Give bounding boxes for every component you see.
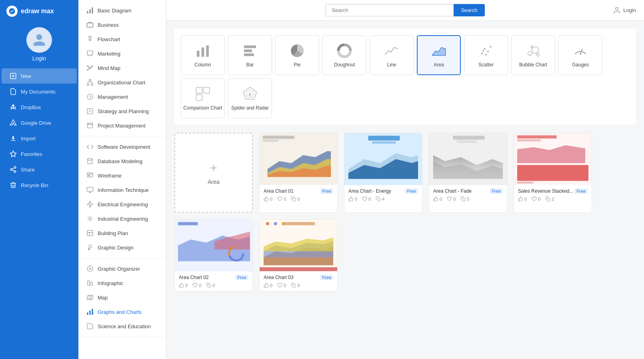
svg-rect-96 (517, 136, 557, 139)
template-title-energy: Area Chart - Energy (348, 188, 391, 194)
login-label: Login (623, 7, 636, 13)
svg-point-20 (87, 69, 88, 70)
svg-point-19 (92, 66, 93, 67)
svg-point-75 (531, 46, 533, 48)
chart-type-comparison-chart[interactable]: Comparison Chart (181, 78, 225, 118)
sidebar-navigation: New My Documents DropBox Google Drive Im… (0, 68, 78, 193)
new-template-label: Area (208, 179, 220, 185)
svg-rect-12 (92, 8, 93, 14)
chart-type-area[interactable]: Area (417, 35, 461, 75)
sidebar-item-new[interactable]: New (2, 68, 77, 84)
chart-type-spider-and-radar[interactable]: Spider and Radar (228, 78, 272, 118)
category-building-plan[interactable]: Building Plan (78, 226, 166, 240)
chart-type-grid: Column Bar Pie (174, 29, 636, 125)
category-section-1: Basic Diagram Business Flowchart Marketi… (78, 0, 166, 136)
template-title-fade: Area Chart - Fade (433, 188, 472, 194)
search-input[interactable] (326, 4, 454, 16)
main-content: Search Login Column (166, 0, 644, 359)
category-graphic-design[interactable]: Graphic Design (78, 240, 166, 255)
svg-rect-58 (197, 51, 200, 57)
category-strategy-and-planning[interactable]: Strategy and Planning (78, 104, 166, 118)
sidebar-item-favorites[interactable]: Favorites (2, 146, 77, 162)
chart-type-scatter[interactable]: Scatter (464, 35, 508, 75)
template-stats-area03: 0 0 0 (264, 283, 333, 288)
svg-rect-14 (89, 36, 91, 38)
svg-rect-45 (87, 230, 93, 236)
svg-point-67 (484, 48, 486, 50)
sidebar-item-share[interactable]: Share (2, 162, 77, 177)
category-basic-diagram[interactable]: Basic Diagram (78, 3, 166, 18)
template-stats-energy: 0 0 4 (348, 196, 418, 201)
heart-count-energy: 0 (362, 196, 371, 201)
template-title-stacked: Sales Revenue Stacked... (518, 188, 573, 194)
chart-type-line[interactable]: Line (370, 35, 414, 75)
category-infographic[interactable]: Infographic (78, 276, 166, 290)
category-business[interactable]: Business (78, 18, 166, 32)
svg-rect-61 (244, 46, 256, 48)
template-card-stacked[interactable]: Sales Revenue Stacked... Free 0 0 (514, 133, 592, 213)
template-grid: + Area (174, 133, 636, 291)
sidebar-item-dropbox[interactable]: DropBox (2, 100, 77, 115)
template-title-area02: Area Chart 02 (179, 275, 209, 280)
svg-point-18 (87, 66, 88, 67)
category-marketing[interactable]: Marketing (78, 46, 166, 61)
chart-type-pie[interactable]: Pie (275, 35, 319, 75)
svg-rect-90 (378, 198, 380, 201)
category-database-modeling[interactable]: Database Modeling (78, 154, 166, 168)
app-logo[interactable]: edraw max (0, 0, 78, 22)
heart-count-stacked: 0 (532, 196, 540, 201)
svg-point-66 (481, 53, 483, 54)
username-label[interactable]: Login (32, 55, 46, 62)
template-stats-fade: 0 0 5 (433, 196, 503, 201)
chart-type-bubble-chart[interactable]: Bubble Chart (511, 35, 555, 75)
sidebar-item-import[interactable]: Import (2, 131, 77, 146)
category-science-and-education[interactable]: Science and Education (78, 319, 166, 333)
category-panel: Basic Diagram Business Flowchart Marketi… (78, 0, 166, 359)
template-card-fade[interactable]: Area Chart - Fade Free 0 0 (429, 133, 507, 213)
category-project-management[interactable]: Project Management (78, 118, 166, 133)
template-badge-stacked: Free (574, 188, 588, 194)
category-mind-map[interactable]: Mind Map (78, 61, 166, 75)
category-flowchart[interactable]: Flowchart (78, 32, 166, 46)
chart-type-column[interactable]: Column (181, 35, 225, 75)
category-management[interactable]: Management (78, 90, 166, 104)
svg-point-6 (10, 169, 12, 171)
svg-rect-89 (372, 141, 396, 144)
category-organizational-chart[interactable]: Organizational Chart (78, 75, 166, 90)
new-template-card[interactable]: + Area (174, 133, 253, 213)
template-badge-area03: Free (320, 275, 333, 280)
svg-line-22 (91, 66, 92, 68)
template-stats-stacked: 0 0 2 (518, 196, 588, 201)
search-button[interactable]: Search (454, 4, 484, 16)
template-card-area01[interactable]: Area Chart 01 Free 0 0 (259, 133, 338, 213)
svg-rect-10 (87, 11, 88, 14)
template-thumb-fade (429, 133, 507, 185)
sidebar-item-google-drive[interactable]: Google Drive (2, 115, 77, 130)
category-information-technique[interactable]: Information Technique (78, 183, 166, 197)
template-card-area03[interactable]: Area Chart 03 Free 0 0 (259, 219, 338, 291)
chart-type-bar[interactable]: Bar (228, 35, 272, 75)
sidebar-item-recycle-bin[interactable]: Recycle Bin (2, 178, 77, 193)
category-graphic-organizer[interactable]: Graphic Organizer (78, 261, 166, 276)
like-count-stacked: 0 (518, 196, 527, 201)
svg-rect-63 (244, 54, 254, 56)
template-card-area02[interactable]: Area Chart 02 Free 0 0 (174, 219, 253, 291)
template-card-energy[interactable]: Area Chart - Energy Free 0 0 (344, 133, 422, 213)
category-wireframe[interactable]: Wireframe (78, 168, 166, 183)
heart-count-area01: 0 (277, 196, 286, 201)
heart-count-area03: 0 (277, 283, 286, 288)
category-electrical-engineering[interactable]: Electrical Engineering (78, 197, 166, 211)
sidebar-item-my-documents[interactable]: My Documents (2, 84, 77, 99)
svg-point-76 (580, 54, 581, 55)
chart-type-gauges[interactable]: Gauges (558, 35, 602, 75)
app-name: edraw max (21, 8, 54, 15)
svg-rect-33 (87, 123, 93, 128)
category-map[interactable]: Map (78, 290, 166, 305)
svg-point-72 (528, 52, 532, 56)
category-industrial-engineering[interactable]: Industrial Engineering (78, 211, 166, 226)
chart-type-doughnut[interactable]: Doughnut (322, 35, 366, 75)
svg-line-8 (12, 170, 14, 171)
login-button[interactable]: Login (613, 6, 636, 14)
category-software-development[interactable]: Software Development (78, 140, 166, 154)
category-graphs-and-charts[interactable]: Graphs and Charts (78, 305, 166, 319)
